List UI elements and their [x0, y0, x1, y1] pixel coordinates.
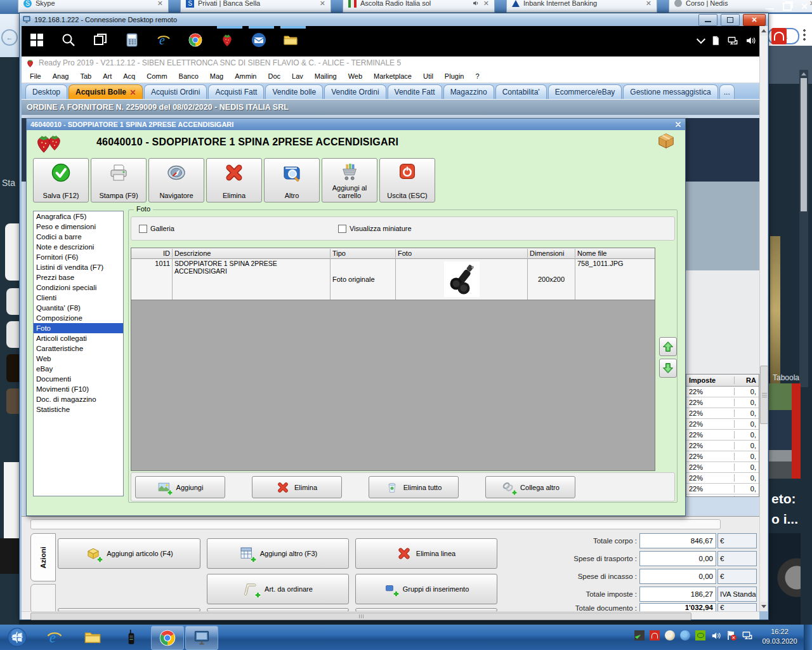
tray-volume-icon[interactable] — [710, 630, 721, 641]
start-button[interactable] — [29, 32, 44, 48]
navigatore-button[interactable]: Navigatore — [148, 158, 204, 202]
rdp-close-button[interactable]: ✕ — [743, 14, 766, 26]
menu-plugin[interactable]: Plugin — [439, 72, 470, 80]
browser-close-button[interactable]: ✕ — [801, 1, 808, 11]
rdp-restore-button[interactable] — [721, 14, 740, 26]
col-header-tipo[interactable]: Tipo — [331, 249, 396, 258]
menu-ammin[interactable]: Ammin — [229, 72, 262, 80]
tab-acquisti-ordini[interactable]: Acquisti Ordini — [144, 84, 207, 99]
tray-avira-icon[interactable] — [650, 630, 660, 640]
tray-page-icon[interactable] — [710, 35, 721, 46]
galleria-checkbox[interactable] — [139, 225, 147, 233]
browser-tab-radio[interactable]: Ascolta Radio Italia sol ✕ — [343, 0, 495, 13]
tray-chevron-icon[interactable] — [697, 35, 705, 44]
tab-close-icon[interactable]: ✕ — [157, 0, 163, 8]
tab-gestione-messaggistica[interactable]: Gestione messaggistica — [623, 84, 717, 99]
art-da-ordinare-button[interactable]: Art. da ordinare — [207, 574, 349, 604]
menu-web[interactable]: Web — [343, 72, 368, 80]
readypro-strawberry-icon[interactable] — [219, 32, 235, 48]
salva-button[interactable]: Salva (F12) — [33, 158, 89, 202]
sidebar-item-caratteristiche[interactable]: Caratteristiche — [34, 343, 123, 354]
menu-comm[interactable]: Comm — [141, 72, 173, 80]
totale-documento-value[interactable]: 1'032,94 — [639, 603, 716, 611]
tray-bird-icon[interactable] — [665, 630, 675, 640]
internet-explorer-icon[interactable] — [156, 32, 171, 48]
sidebar-item-movimenti[interactable]: Movimenti (F10) — [34, 384, 123, 394]
sidebar-item-composizione[interactable]: Composizione — [34, 313, 123, 323]
browser-tab-skype[interactable]: S Skype ✕ — [18, 0, 169, 13]
imposte-row[interactable]: 22%0, — [686, 484, 759, 494]
tray-action-center-icon[interactable]: ✕ — [726, 630, 737, 640]
menu-tab[interactable]: Tab — [74, 72, 97, 80]
sidebar-item-articoli-collegati[interactable]: Articoli collegati — [34, 333, 123, 343]
rdp-vertical-scrollbar[interactable] — [759, 26, 768, 611]
rdp-minimize-button[interactable] — [698, 14, 717, 26]
tab-magazzino[interactable]: Magazzino — [443, 84, 494, 99]
menu-help[interactable]: ? — [469, 72, 485, 80]
sidebar-item-fornitori[interactable]: Fornitori (F6) — [34, 252, 123, 262]
menu-banco[interactable]: Banco — [173, 72, 204, 80]
task-view-icon[interactable] — [93, 32, 108, 48]
tab-close-icon[interactable]: ✕ — [646, 0, 652, 8]
foto-elimina-button[interactable]: Elimina — [252, 476, 342, 498]
tray-nvidia-icon[interactable] — [695, 630, 705, 640]
tray-chart-icon[interactable] — [634, 630, 645, 640]
tab-vendite-fatt[interactable]: Vendite Fatt — [388, 84, 442, 99]
search-icon[interactable] — [61, 32, 76, 48]
dialog-close-icon[interactable] — [675, 121, 681, 128]
page-scrollbar-thumb[interactable] — [801, 78, 807, 211]
aggiungi-articolo-button[interactable]: Aggiungi articolo (F4) — [58, 538, 200, 569]
spese-trasporto-value[interactable]: 0,00 — [639, 551, 716, 566]
show-desktop-button[interactable] — [804, 625, 812, 650]
menu-anag[interactable]: Anag — [47, 72, 75, 80]
spese-incasso-value[interactable]: 0,00 — [639, 569, 716, 584]
browser-menu-icon[interactable] — [803, 29, 806, 41]
altro-button[interactable]: Altro — [264, 158, 320, 202]
aggiungi-al-carrello-button[interactable]: Aggiungi al carrello — [322, 158, 377, 202]
tab-contabilita[interactable]: Contabilita' — [495, 84, 547, 99]
imposte-row[interactable]: 22%0, — [686, 408, 759, 419]
tab-vendite-bolle[interactable]: Vendite bolle — [265, 84, 323, 99]
secondary-vertical-tab[interactable] — [30, 584, 56, 611]
sidebar-item-prezzi[interactable]: Prezzi base — [34, 272, 123, 282]
tab-ecommerce-ebay[interactable]: Ecommerce/eBay — [548, 84, 622, 99]
uscita-button[interactable]: Uscita (ESC) — [379, 158, 435, 202]
tray-sync-icon[interactable] — [680, 630, 690, 640]
col-header-descrizione[interactable]: Descrizione — [173, 249, 331, 258]
package-box-icon[interactable] — [657, 131, 676, 150]
imposte-row[interactable]: 22%0, — [686, 473, 759, 484]
col-header-dimensioni[interactable]: Dimensioni — [528, 249, 575, 258]
mail-icon[interactable] — [251, 32, 266, 48]
tray-network-icon[interactable] — [742, 630, 753, 641]
browser-tab-inbank[interactable]: Inbank Internet Banking ✕ — [506, 0, 657, 13]
foto-collega-altro-button[interactable]: Collega altro — [485, 476, 575, 498]
sidebar-item-anagrafica[interactable]: Anagrafica (F5) — [34, 211, 123, 222]
iva-standard-box[interactable]: IVA Standar — [717, 587, 757, 602]
tab-acquisti-fatt[interactable]: Acquisti Fatt — [208, 84, 264, 99]
menu-mailing[interactable]: Mailing — [309, 72, 343, 80]
sidebar-item-ebay[interactable]: eBay — [34, 364, 123, 374]
menu-mag[interactable]: Mag — [204, 72, 229, 80]
menu-util[interactable]: Util — [417, 72, 439, 80]
totale-corpo-value[interactable]: 846,67 — [639, 533, 716, 548]
browser-tab-banca[interactable]: S Privati | Banca Sella ✕ — [180, 0, 331, 13]
sidebar-item-web[interactable]: Web — [34, 354, 123, 364]
move-up-button[interactable] — [659, 337, 677, 356]
azioni-tab[interactable]: Azioni — [30, 533, 56, 581]
taskbar-clock[interactable]: 16:22 09.03.2020 — [759, 627, 801, 646]
sidebar-item-foto[interactable]: Foto — [34, 323, 123, 333]
browser-restore-button[interactable] — [783, 3, 792, 11]
file-explorer-icon[interactable] — [283, 32, 298, 48]
calculator-icon[interactable] — [124, 32, 140, 48]
aggiungi-altro-button[interactable]: Aggiungi altro (F3) — [207, 538, 349, 569]
menu-lav[interactable]: Lav — [286, 72, 309, 80]
taskbar-chrome-button[interactable] — [151, 626, 184, 650]
taskbar-rdp-button[interactable] — [185, 626, 218, 650]
tab-acquisti-bolle[interactable]: Acquisti Bolle — [69, 84, 143, 99]
scroll-up-arrow[interactable] — [760, 26, 768, 36]
totale-imposte-value[interactable]: 186,27 — [639, 587, 716, 602]
sidebar-item-codici[interactable]: Codici a barre — [34, 232, 123, 242]
col-header-foto[interactable]: Foto — [396, 249, 528, 258]
taskbar-ie-icon[interactable] — [46, 628, 63, 646]
menu-acq[interactable]: Acq — [117, 72, 141, 80]
